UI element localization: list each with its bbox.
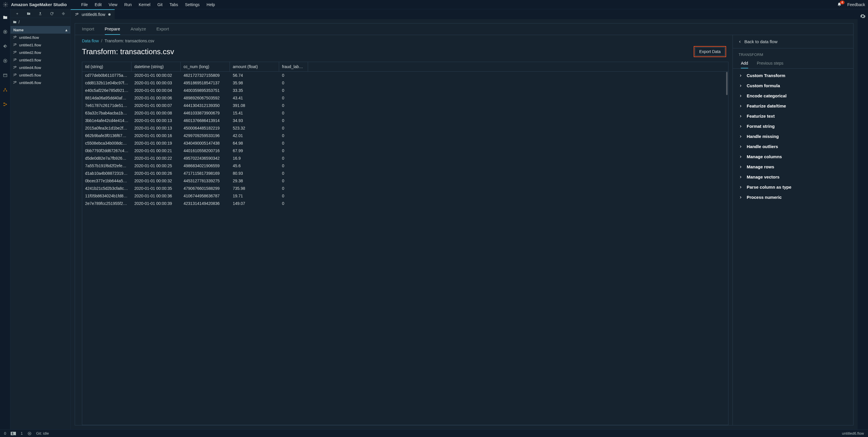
upload-icon[interactable] <box>38 11 42 16</box>
file-item[interactable]: untitled5.flow <box>10 71 70 79</box>
transform-item[interactable]: Process numeric <box>736 192 850 202</box>
subtab-export[interactable]: Export <box>156 26 169 35</box>
table-row[interactable]: 662b9bafe3f0136f67ef…2020-01-01 00:00:16… <box>82 132 728 139</box>
subtab-analyze[interactable]: Analyze <box>131 26 146 35</box>
chevron-right-icon <box>739 176 743 178</box>
menu-kernel[interactable]: Kernel <box>139 2 150 7</box>
new-folder-icon[interactable] <box>27 11 31 16</box>
svg-point-13 <box>28 432 31 435</box>
chevron-right-icon <box>739 196 743 199</box>
file-item[interactable]: untitled1.flow <box>10 41 70 49</box>
table-row[interactable]: e40c5af226e785d921d…2020-01-01 00:00:044… <box>82 87 728 94</box>
transform-item[interactable]: Handle missing <box>736 131 850 141</box>
column-header[interactable]: tid (string) <box>82 62 131 71</box>
terminal-icon[interactable]: $_ <box>11 432 16 435</box>
table-row[interactable]: c5508ebca34b008dcb0…2020-01-01 00:00:194… <box>82 139 728 147</box>
transform-item[interactable]: Manage vectors <box>736 172 850 182</box>
endpoint-icon[interactable] <box>2 101 8 107</box>
file-item[interactable]: untitled.flow <box>10 34 70 41</box>
table-row[interactable]: 0bcec377e1bb644a550…2020-01-01 00:00:324… <box>82 177 728 184</box>
folder-icon[interactable] <box>13 20 17 24</box>
menu-edit[interactable]: Edit <box>95 2 102 7</box>
transform-item[interactable]: Encode categorical <box>736 91 850 101</box>
flow-file-icon <box>13 73 17 77</box>
flow-file-icon <box>75 12 79 17</box>
back-to-dataflow-link[interactable]: Back to data flow <box>733 35 853 48</box>
svg-point-9 <box>3 103 4 104</box>
gear-icon[interactable] <box>860 13 866 19</box>
chevron-right-icon <box>739 186 743 188</box>
export-data-button[interactable]: Export Data <box>695 47 725 56</box>
table-row[interactable]: 2e7e789fcc251955f21…2020-01-01 00:00:394… <box>82 200 728 207</box>
data-table: tid (string)datetime (string)cc_num (lon… <box>82 62 728 425</box>
running-icon[interactable] <box>2 29 8 35</box>
breadcrumb-dataflow-link[interactable]: Data flow <box>82 38 99 43</box>
column-header[interactable]: amount (float) <box>230 62 279 71</box>
feedback-link[interactable]: Feedback <box>847 2 865 7</box>
file-item[interactable]: untitled4.flow <box>10 64 70 71</box>
table-row[interactable]: 4241b21c5d2b3cfa8c5…2020-01-01 00:00:354… <box>82 184 728 192</box>
git-icon[interactable] <box>2 43 8 49</box>
settings-status-icon[interactable] <box>28 432 32 436</box>
status-filename: untitled6.flow <box>842 431 864 436</box>
menu-git[interactable]: Git <box>157 2 162 7</box>
breadcrumb-root[interactable]: / <box>19 20 20 24</box>
chevron-right-icon <box>739 125 743 128</box>
transform-item[interactable]: Manage columns <box>736 151 850 162</box>
transform-item[interactable]: Custom Transform <box>736 70 850 81</box>
tf-tab-previous-steps[interactable]: Previous steps <box>757 59 783 68</box>
new-launcher-icon[interactable]: ＋ <box>16 11 19 16</box>
menu-help[interactable]: Help <box>207 2 215 7</box>
flow-file-icon <box>13 81 17 85</box>
transform-item[interactable]: Featurize text <box>736 111 850 121</box>
tab-untitled6[interactable]: untitled6.flow <box>71 9 115 19</box>
git-status[interactable]: Git: idle <box>36 431 49 436</box>
git-clone-icon[interactable] <box>61 11 65 16</box>
svg-point-4 <box>5 60 6 61</box>
extension-icon[interactable] <box>2 87 8 93</box>
table-row[interactable]: 8814da06a95dd40af48…2020-01-01 00:00:064… <box>82 94 728 102</box>
transform-item[interactable]: Manage rows <box>736 162 850 172</box>
menu-run[interactable]: Run <box>124 2 132 7</box>
svg-point-6 <box>3 91 4 92</box>
menu-view[interactable]: View <box>108 2 117 7</box>
file-item[interactable]: untitled6.flow <box>10 79 70 86</box>
table-row[interactable]: 63a32c7bab4acba1bc1…2020-01-01 00:00:084… <box>82 109 728 117</box>
transform-item[interactable]: Handle outliers <box>736 141 850 151</box>
refresh-icon[interactable] <box>50 11 54 16</box>
table-row[interactable]: cd77deb0b6110775a8c…2020-01-01 00:00:024… <box>82 71 728 79</box>
table-row[interactable]: 11f05b8634024b1fd89…2020-01-01 00:00:364… <box>82 192 728 200</box>
table-row[interactable]: 3bb1e4afe42cd4e414a…2020-01-01 00:00:134… <box>82 117 728 124</box>
table-row[interactable]: d1ab10a4b088723191…2020-01-01 00:00:2647… <box>82 170 728 177</box>
table-row[interactable]: 0bb7793f2dd67267c46…2020-01-01 00:00:214… <box>82 147 728 154</box>
table-row[interactable]: d5de0d82e7a7fb9267b…2020-01-01 00:00:224… <box>82 154 728 162</box>
breadcrumb-current: Transform: transactions.csv <box>104 38 154 43</box>
name-column-header[interactable]: Name ▴ <box>10 26 70 34</box>
column-header[interactable]: datetime (string) <box>131 62 181 71</box>
transform-item[interactable]: Format string <box>736 121 850 131</box>
transform-item[interactable]: Custom formula <box>736 81 850 91</box>
menu-settings[interactable]: Settings <box>185 2 200 7</box>
folder-icon[interactable] <box>2 14 8 20</box>
svg-point-10 <box>3 105 4 106</box>
table-row[interactable]: 2015a0fea3c1d1be2fdf…2020-01-01 00:00:13… <box>82 124 728 132</box>
tf-tab-add[interactable]: Add <box>741 59 748 68</box>
menu-tabs[interactable]: Tabs <box>169 2 178 7</box>
table-row[interactable]: 7a557b191f6d2f2efe4f…2020-01-01 00:00:25… <box>82 162 728 170</box>
transform-item[interactable]: Featurize date/time <box>736 101 850 111</box>
flow-file-icon <box>13 51 17 55</box>
table-row[interactable]: 7e61787c26171de51b…2020-01-01 00:00:0744… <box>82 102 728 109</box>
file-item[interactable]: untitled3.flow <box>10 56 70 64</box>
subtab-prepare[interactable]: Prepare <box>105 26 120 35</box>
column-header[interactable]: cc_num (long) <box>181 62 230 71</box>
subtab-import[interactable]: Import <box>82 26 94 35</box>
menu-file[interactable]: File <box>81 2 88 7</box>
notifications-icon[interactable]: 4 <box>837 2 842 7</box>
tabs-icon[interactable] <box>2 72 8 78</box>
file-item[interactable]: untitled2.flow <box>10 49 70 56</box>
table-row[interactable]: cdd8132b11e04bc97ff…2020-01-01 00:00:034… <box>82 79 728 87</box>
scrollbar[interactable] <box>726 72 727 95</box>
transform-item[interactable]: Parse column as type <box>736 182 850 192</box>
column-header[interactable]: fraud_label (long) <box>279 62 308 71</box>
commands-icon[interactable] <box>2 58 8 64</box>
